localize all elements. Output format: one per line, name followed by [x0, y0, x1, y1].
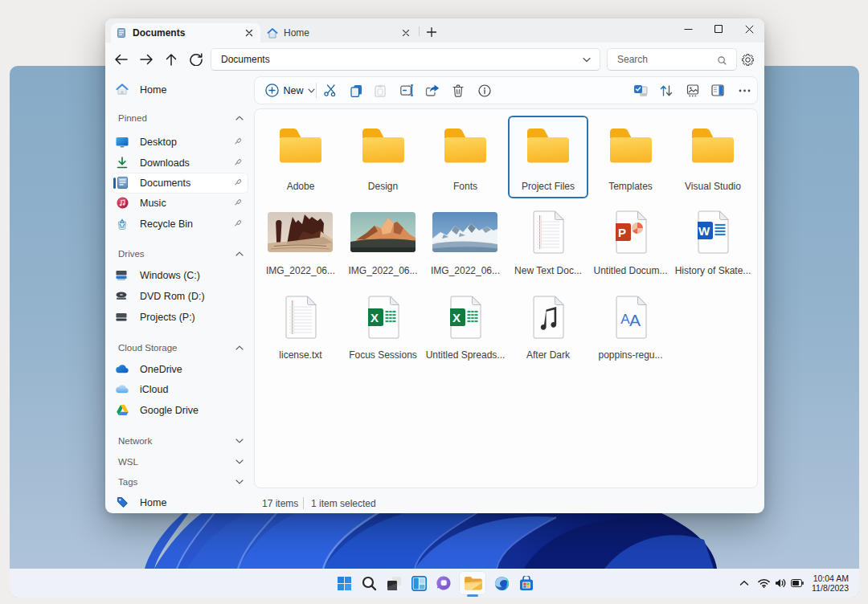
svg-text:A: A — [628, 311, 640, 329]
svg-text:P: P — [617, 226, 625, 239]
svg-text:X: X — [452, 311, 461, 324]
svg-text:W: W — [698, 224, 710, 238]
svg-text:X: X — [370, 311, 378, 324]
